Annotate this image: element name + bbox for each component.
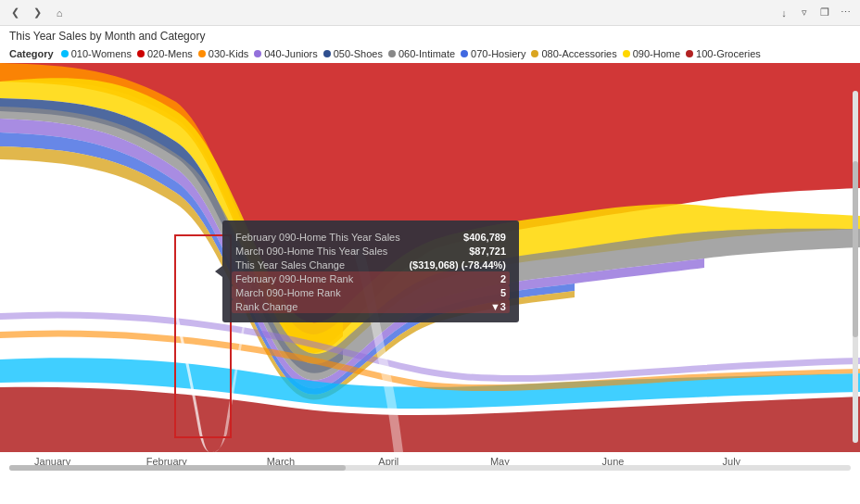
legend-item-100-groceries: 100-Groceries [686,48,761,59]
forward-icon[interactable]: ❯ [30,6,44,20]
legend-dot [461,50,468,57]
more-icon[interactable]: ⋯ [838,6,853,20]
legend-dot [323,50,331,57]
filter-icon[interactable]: ▿ [797,6,812,20]
top-bar-right: ↓ ▿ ❐ ⋯ [777,6,853,20]
horizontal-scrollbar-thumb[interactable] [9,465,346,471]
legend-dot [198,50,206,57]
legend-item-label: 090-Home [633,48,680,59]
legend-prefix: Category [9,48,54,59]
top-bar: ❮ ❯ ⌂ ↓ ▿ ❐ ⋯ [0,0,860,26]
chart-title: This Year Sales by Month and Category [0,26,860,46]
legend-item-label: 070-Hosiery [471,48,525,59]
legend-item-040-juniors: 040-Juniors [254,48,317,59]
stream-chart [0,63,860,452]
legend-item-label: 020-Mens [147,48,193,59]
horizontal-scrollbar[interactable] [9,465,851,471]
top-bar-left: ❮ ❯ ⌂ [7,6,67,20]
vertical-scrollbar-thumb[interactable] [853,161,858,337]
legend-dot [254,50,261,57]
legend-item-030-kids: 030-Kids [198,48,248,59]
home-icon[interactable]: ⌂ [52,6,67,20]
legend-dot [388,50,396,57]
chart-area: February 090-Home This Year Sales $406,7… [0,63,860,471]
legend-item-060-intimate: 060-Intimate [388,48,455,59]
download-icon[interactable]: ↓ [777,6,791,20]
legend-item-label: 050-Shoes [334,48,383,59]
legend-dot [137,50,145,57]
legend-item-020-mens: 020-Mens [137,48,193,59]
legend-item-050-shoes: 050-Shoes [323,48,383,59]
legend-item-080-accessories: 080-Accessories [531,48,616,59]
legend: Category 010-Womens020-Mens030-Kids040-J… [0,46,860,63]
legend-item-label: 100-Groceries [696,48,761,59]
legend-item-label: 010-Womens [71,48,132,59]
vertical-scrollbar[interactable] [853,91,858,443]
legend-item-010-womens: 010-Womens [61,48,132,59]
legend-dot [61,50,69,57]
legend-item-label: 040-Juniors [264,48,317,59]
legend-item-label: 080-Accessories [541,48,616,59]
legend-dot [531,50,538,57]
legend-dot [623,50,630,57]
legend-item-label: 060-Intimate [398,48,455,59]
expand-icon[interactable]: ❐ [817,6,832,20]
legend-item-label: 030-Kids [209,48,248,59]
legend-item-090-home: 090-Home [623,48,680,59]
back-icon[interactable]: ❮ [7,6,22,20]
legend-item-070-hosiery: 070-Hosiery [461,48,525,59]
legend-dot [686,50,693,57]
